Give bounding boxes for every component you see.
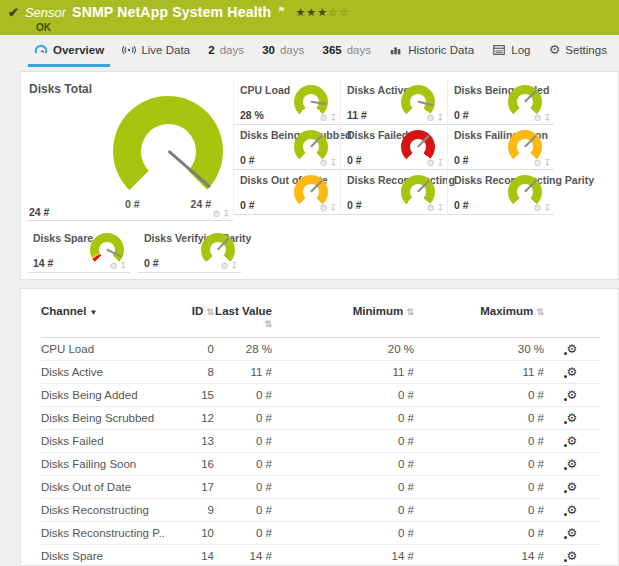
channel-name[interactable]: Disks Reconstructing bbox=[41, 499, 166, 522]
pin-icon[interactable]: ↧ bbox=[436, 159, 444, 168]
pin-icon[interactable]: ↧ bbox=[436, 204, 444, 213]
channel-settings-icon[interactable]: ⚙ bbox=[567, 550, 578, 562]
table-row[interactable]: Disks Reconstructing P... 10 0 # 0 # 0 #… bbox=[41, 522, 600, 545]
pin-icon[interactable]: ↧ bbox=[543, 114, 551, 123]
table-row[interactable]: Disks Being Added 15 0 # 0 # 0 # ⚙ bbox=[41, 384, 600, 407]
tab-label: Historic Data bbox=[408, 44, 474, 56]
table-row[interactable]: Disks Failed 13 0 # 0 # 0 # ⚙ bbox=[41, 430, 600, 453]
tab-log[interactable]: Log bbox=[486, 35, 536, 67]
gear-icon[interactable]: ⚙ bbox=[426, 204, 434, 213]
tab-historic-data[interactable]: Historic Data bbox=[383, 35, 480, 67]
channel-table-body: CPU Load 0 28 % 20 % 30 % ⚙ Disks Active… bbox=[41, 338, 600, 566]
channel-name[interactable]: CPU Load bbox=[41, 338, 166, 361]
channel-settings-icon[interactable]: ⚙ bbox=[567, 389, 578, 401]
pin-icon[interactable]: ↧ bbox=[222, 210, 230, 219]
table-row[interactable]: Disks Being Scrubbed 12 0 # 0 # 0 # ⚙ bbox=[41, 407, 600, 430]
pin-icon[interactable]: ↧ bbox=[329, 204, 337, 213]
channel-name[interactable]: Disks Reconstructing P... bbox=[41, 522, 166, 545]
tab-label: days bbox=[280, 44, 304, 56]
gauge-label: Disks Verifying Parity bbox=[144, 232, 251, 244]
gear-icon[interactable]: ⚙ bbox=[212, 210, 220, 219]
channel-name[interactable]: Disks Being Scrubbed bbox=[41, 407, 166, 430]
gauge-cell[interactable]: CPU Load 28 % ⚙ ↧ bbox=[233, 80, 340, 125]
channel-last-value: 0 # bbox=[214, 453, 272, 476]
table-row[interactable]: Disks Active 8 11 # 11 # 11 # ⚙ bbox=[41, 361, 600, 384]
gear-icon[interactable]: ⚙ bbox=[319, 159, 327, 168]
channel-settings-icon[interactable]: ⚙ bbox=[567, 458, 578, 470]
channel-maximum: 0 # bbox=[414, 522, 544, 545]
pin-icon[interactable]: ↧ bbox=[230, 262, 238, 271]
channel-name[interactable]: Disks Out of Date bbox=[41, 476, 166, 499]
pin-icon[interactable]: ↧ bbox=[329, 159, 337, 168]
table-row[interactable]: Disks Reconstructing 9 0 # 0 # 0 # ⚙ bbox=[41, 499, 600, 522]
gear-icon[interactable]: ⚙ bbox=[109, 262, 117, 271]
column-header-channel[interactable]: Channel ▼ bbox=[41, 303, 166, 338]
tab-settings[interactable]: ⚙ Settings bbox=[543, 35, 613, 67]
gear-icon[interactable]: ⚙ bbox=[533, 114, 541, 123]
tab-label: Log bbox=[511, 44, 530, 56]
pin-icon[interactable]: ↧ bbox=[329, 114, 337, 123]
gauge-cell[interactable]: Disks Spare 14 # ⚙ ↧ bbox=[27, 228, 130, 273]
gauge-cell[interactable]: Disks Being Added 0 # ⚙ ↧ bbox=[447, 80, 554, 125]
gear-icon[interactable]: ⚙ bbox=[426, 114, 434, 123]
channel-name[interactable]: Disks Failed bbox=[41, 430, 166, 453]
column-header-id[interactable]: ID ⇅ bbox=[166, 303, 214, 338]
table-row[interactable]: Disks Out of Date 17 0 # 0 # 0 # ⚙ bbox=[41, 476, 600, 499]
channel-name[interactable]: Disks Failing Soon bbox=[41, 453, 166, 476]
channel-maximum: 0 # bbox=[414, 476, 544, 499]
tab-30-days[interactable]: 30 days bbox=[256, 35, 310, 67]
gauge-cell[interactable]: Disks Failed 0 # ⚙ ↧ bbox=[340, 125, 447, 170]
gauge-cell[interactable]: Disks Active 11 # ⚙ ↧ bbox=[340, 80, 447, 125]
pin-icon[interactable]: ↧ bbox=[119, 262, 127, 271]
channel-settings-icon[interactable]: ⚙ bbox=[567, 481, 578, 493]
tab-overview[interactable]: Overview bbox=[28, 35, 110, 67]
gauge-cell-disks-total[interactable]: Disks Total 0 # 24 # 24 # ⚙ ↧ bbox=[27, 80, 233, 221]
tab-2-days[interactable]: 2 days bbox=[202, 35, 250, 67]
priority-stars[interactable]: ★★★☆☆ bbox=[295, 6, 349, 19]
table-row[interactable]: Disks Failing Soon 16 0 # 0 # 0 # ⚙ bbox=[41, 453, 600, 476]
channel-settings-icon[interactable]: ⚙ bbox=[567, 412, 578, 424]
tab-live-data[interactable]: Live Data bbox=[116, 35, 196, 67]
gear-icon[interactable]: ⚙ bbox=[426, 159, 434, 168]
flag-icon[interactable]: ⚑ bbox=[277, 5, 285, 15]
channel-maximum: 30 % bbox=[414, 338, 544, 361]
gauge-cell[interactable]: Disks Verifying Parity 0 # ⚙ ↧ bbox=[138, 228, 241, 273]
channel-settings-icon[interactable]: ⚙ bbox=[567, 527, 578, 539]
table-row[interactable]: Disks Spare 14 14 # 14 # 14 # ⚙ bbox=[41, 545, 600, 566]
tab-365-days[interactable]: 365 days bbox=[316, 35, 376, 67]
channel-settings-icon[interactable]: ⚙ bbox=[567, 366, 578, 378]
gauge-cell[interactable]: Disks Reconstructing Parity 0 # ⚙ ↧ bbox=[447, 170, 554, 215]
gear-icon[interactable]: ⚙ bbox=[533, 204, 541, 213]
pin-icon[interactable]: ↧ bbox=[543, 204, 551, 213]
gauge-cell[interactable]: Disks Out of Date 0 # ⚙ ↧ bbox=[233, 170, 340, 215]
channel-settings-icon[interactable]: ⚙ bbox=[567, 343, 578, 355]
channel-name[interactable]: Disks Spare bbox=[41, 545, 166, 566]
gauge-label: CPU Load bbox=[240, 84, 290, 96]
channel-name[interactable]: Disks Active bbox=[41, 361, 166, 384]
gear-icon[interactable]: ⚙ bbox=[319, 114, 327, 123]
channel-minimum: 0 # bbox=[272, 522, 414, 545]
table-row[interactable]: CPU Load 0 28 % 20 % 30 % ⚙ bbox=[41, 338, 600, 361]
pin-icon[interactable]: ↧ bbox=[436, 114, 444, 123]
gear-icon[interactable]: ⚙ bbox=[220, 262, 228, 271]
tab-bar: Overview Live Data 2 days 30 days 365 da… bbox=[0, 35, 619, 67]
column-header-maximum[interactable]: Maximum ⇅ bbox=[414, 303, 544, 338]
gear-icon[interactable]: ⚙ bbox=[533, 159, 541, 168]
gauge-cell[interactable]: Disks Reconstructing 0 # ⚙ ↧ bbox=[340, 170, 447, 215]
column-header-minimum[interactable]: Minimum ⇅ bbox=[272, 303, 414, 338]
channel-settings-icon[interactable]: ⚙ bbox=[567, 504, 578, 516]
channel-id: 10 bbox=[166, 522, 214, 545]
channel-name[interactable]: Disks Being Added bbox=[41, 384, 166, 407]
column-header-last-value[interactable]: Last Value ⇅ bbox=[214, 303, 272, 338]
channel-id: 13 bbox=[166, 430, 214, 453]
channel-settings-icon[interactable]: ⚙ bbox=[567, 435, 578, 447]
gear-icon[interactable]: ⚙ bbox=[319, 204, 327, 213]
pin-icon[interactable]: ↧ bbox=[543, 159, 551, 168]
channel-minimum: 0 # bbox=[272, 384, 414, 407]
live-data-icon bbox=[122, 43, 136, 57]
gauge-label: Disks Total bbox=[29, 82, 92, 96]
sort-icon: ⇅ bbox=[406, 307, 414, 317]
channel-last-value: 0 # bbox=[214, 499, 272, 522]
gauge-cell[interactable]: Disks Being Scrubbed 0 # ⚙ ↧ bbox=[233, 125, 340, 170]
gauge-cell[interactable]: Disks Failing Soon 0 # ⚙ ↧ bbox=[447, 125, 554, 170]
